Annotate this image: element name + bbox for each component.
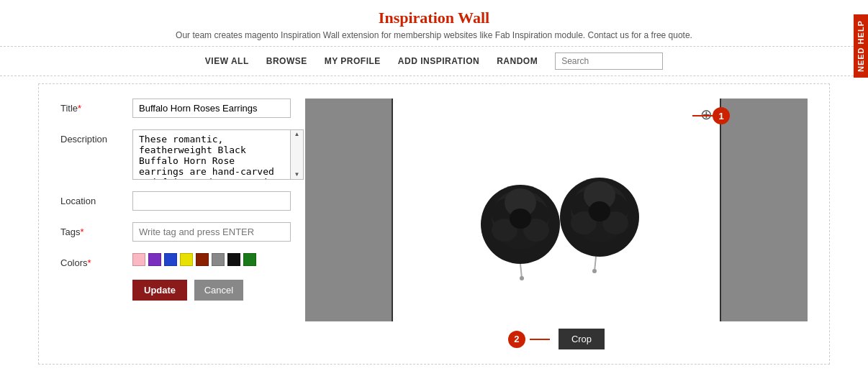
colors-label: Colors*: [60, 253, 132, 268]
color-swatch-pink[interactable]: [132, 253, 145, 266]
color-swatch-yellow[interactable]: [180, 253, 193, 266]
nav-random[interactable]: RANDOM: [497, 56, 538, 66]
title-input[interactable]: [132, 99, 291, 118]
image-panel: ⊕: [305, 99, 808, 349]
description-textarea[interactable]: These romantic, featherweight Black Buff…: [132, 129, 291, 180]
need-help-tab[interactable]: NEED HELP: [854, 14, 868, 78]
nav-browse[interactable]: BROWSE: [266, 56, 307, 66]
nav-bar: VIEW ALL BROWSE MY PROFILE ADD INSPIRATI…: [0, 46, 868, 76]
need-help-label: NEED HELP: [856, 20, 865, 72]
scroll-down-arrow[interactable]: ▼: [294, 172, 300, 178]
title-row: Title*: [60, 99, 291, 118]
cancel-button[interactable]: Cancel: [194, 280, 243, 301]
image-crop-area: ⊕: [305, 99, 808, 321]
location-row: Location: [60, 191, 291, 211]
location-label: Location: [60, 191, 132, 206]
badge1-indicator: 1: [692, 107, 730, 124]
color-swatch-black[interactable]: [227, 253, 240, 266]
svg-point-10: [520, 276, 524, 280]
color-swatch-brown[interactable]: [196, 253, 209, 266]
svg-line-20: [595, 257, 596, 271]
badge2: 2: [508, 331, 525, 348]
nav-add-inspiration[interactable]: ADD INSPIRATION: [398, 56, 479, 66]
image-right-overlay: [721, 99, 808, 321]
action-buttons: Update Cancel: [60, 280, 291, 301]
color-swatch-blue[interactable]: [164, 253, 177, 266]
form-panel: Title* Description These romantic, feath…: [60, 99, 291, 349]
svg-line-9: [520, 264, 522, 278]
color-swatch-green[interactable]: [243, 253, 256, 266]
description-wrapper: These romantic, featherweight Black Buff…: [132, 129, 304, 180]
nav-view-all[interactable]: VIEW ALL: [205, 56, 249, 66]
search-input[interactable]: [555, 52, 663, 70]
scroll-up-arrow[interactable]: ▲: [294, 132, 300, 137]
svg-point-8: [510, 209, 531, 229]
location-input[interactable]: [132, 191, 291, 211]
tags-label: Tags*: [60, 222, 132, 237]
textarea-scrollbar[interactable]: ▲ ▼: [291, 129, 304, 180]
site-tagline: Our team creates magento Inspiration Wal…: [0, 30, 868, 40]
site-title: Inspiration Wall: [0, 9, 868, 27]
main-container: Title* Description These romantic, feath…: [38, 83, 830, 365]
badge2-indicator: 2: [508, 331, 550, 348]
badge1-arrow-line: [692, 115, 713, 116]
title-label: Title*: [60, 99, 132, 114]
crop-section: 2 Crop: [305, 329, 808, 349]
colors-swatches: [132, 253, 256, 266]
update-button[interactable]: Update: [132, 280, 187, 301]
badge2-arrow-line: [530, 339, 550, 340]
description-label: Description: [60, 129, 132, 145]
image-left-overlay: [305, 99, 392, 321]
site-header: Inspiration Wall Our team creates magent…: [0, 0, 868, 46]
nav-my-profile[interactable]: MY PROFILE: [325, 56, 381, 66]
description-row: Description These romantic, featherweigh…: [60, 129, 291, 180]
colors-row: Colors*: [60, 253, 291, 268]
color-swatch-purple[interactable]: [148, 253, 161, 266]
badge1: 1: [713, 107, 730, 124]
tags-row: Tags*: [60, 222, 291, 242]
color-swatch-gray[interactable]: [212, 253, 225, 266]
svg-point-21: [592, 269, 597, 273]
tags-input[interactable]: [132, 222, 291, 242]
earrings-image: [456, 131, 657, 289]
image-center: ⊕: [392, 99, 721, 321]
svg-point-19: [589, 201, 610, 221]
crop-button[interactable]: Crop: [559, 329, 605, 349]
